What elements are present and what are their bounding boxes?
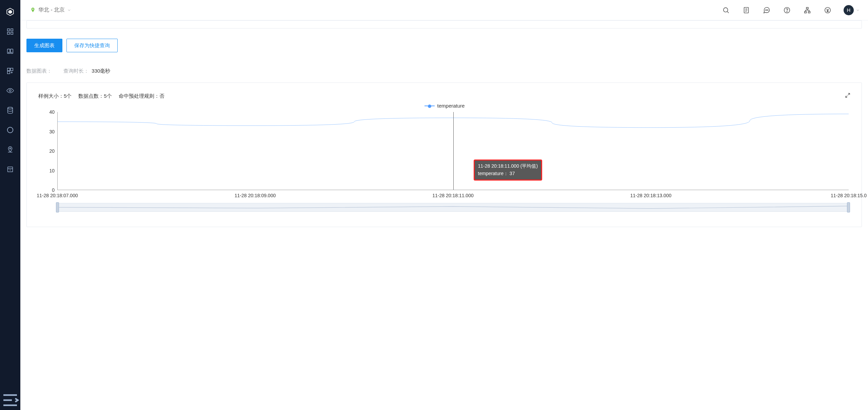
svg-rect-17 xyxy=(8,167,13,172)
chevron-down-icon xyxy=(856,8,860,12)
svg-point-23 xyxy=(768,10,768,10)
user-menu[interactable]: H xyxy=(844,5,860,15)
svg-rect-12 xyxy=(7,71,10,74)
svg-rect-5 xyxy=(11,32,13,34)
svg-point-22 xyxy=(767,10,767,10)
y-tick-label: 30 xyxy=(38,129,55,134)
search-icon[interactable] xyxy=(722,6,730,15)
svg-rect-10 xyxy=(7,68,10,71)
summary-sample-size: 样例大小：5个 xyxy=(38,93,72,99)
query-input-card[interactable] xyxy=(26,20,862,29)
sidebar-collapse[interactable] xyxy=(0,390,20,410)
svg-point-14 xyxy=(8,107,13,109)
svg-rect-4 xyxy=(7,32,9,34)
avatar: H xyxy=(844,5,854,15)
save-query-button[interactable]: 保存为快捷查询 xyxy=(66,39,118,52)
chart-legend[interactable]: temperature xyxy=(38,103,851,109)
y-tick-label: 0 xyxy=(38,187,55,193)
y-tick-label: 20 xyxy=(38,148,55,154)
svg-point-25 xyxy=(787,11,787,12)
sidebar-archive[interactable] xyxy=(0,160,20,179)
x-tick-label: 11-28 20:18:15.0 xyxy=(831,193,867,198)
summary-data-points: 数据点数：5个 xyxy=(78,93,112,99)
svg-rect-28 xyxy=(808,11,810,13)
chart-meta: 数据图表： 查询时长： 330毫秒 xyxy=(26,68,862,74)
x-tick-label: 11-28 20:18:11.000 xyxy=(432,193,473,198)
svg-rect-3 xyxy=(11,29,13,31)
svg-marker-1 xyxy=(8,10,12,14)
region-label: 华北 - 北京 xyxy=(38,6,65,14)
x-tick-label: 11-28 20:18:09.000 xyxy=(235,193,276,198)
svg-point-21 xyxy=(765,10,766,10)
zoom-slider[interactable] xyxy=(57,203,849,212)
sidebar-monitor[interactable] xyxy=(0,81,20,100)
sidebar xyxy=(0,0,20,410)
legend-marker-icon xyxy=(425,106,435,106)
svg-point-19 xyxy=(724,7,728,12)
chart-card: 样例大小：5个 数据点数：5个 命中预处理规则：否 temperature 11… xyxy=(26,82,862,227)
zoom-handle-left[interactable] xyxy=(56,202,59,212)
generate-chart-button[interactable]: 生成图表 xyxy=(26,39,62,52)
zoom-handle-right[interactable] xyxy=(847,202,850,212)
location-pin-icon xyxy=(30,7,36,13)
chart-tooltip: 11-28 20:18:11.000 (平均值)temperature： 37 xyxy=(474,160,542,181)
svg-point-9 xyxy=(12,52,12,53)
docs-icon[interactable] xyxy=(742,6,751,15)
svg-rect-11 xyxy=(11,68,13,71)
main: 生成图表 保存为快捷查询 数据图表： 查询时长： 330毫秒 样例大小：5个 数… xyxy=(20,20,868,410)
billing-icon[interactable] xyxy=(823,6,832,15)
sidebar-rules[interactable] xyxy=(0,120,20,140)
sidebar-dashboard[interactable] xyxy=(0,22,20,41)
chart-plot[interactable]: 11-28 20:18:11.000 (平均值)temperature： 370… xyxy=(38,112,851,200)
feedback-icon[interactable] xyxy=(762,6,771,15)
svg-point-18 xyxy=(32,8,34,10)
svg-point-13 xyxy=(9,90,11,92)
product-logo[interactable] xyxy=(0,2,20,22)
x-tick-label: 11-28 20:18:13.000 xyxy=(630,193,671,198)
y-tick-label: 40 xyxy=(38,109,55,115)
sidebar-devices[interactable] xyxy=(0,41,20,61)
x-tick-label: 11-28 20:18:07.000 xyxy=(37,193,78,198)
duration: 查询时长： 330毫秒 xyxy=(63,68,110,74)
topbar: 华北 - 北京 H xyxy=(20,0,868,20)
chart-label: 数据图表： xyxy=(26,68,52,74)
svg-rect-27 xyxy=(805,11,807,13)
summary-rule-hit: 命中预处理规则：否 xyxy=(119,93,164,99)
legend-label: temperature xyxy=(437,103,465,109)
region-selector[interactable]: 华北 - 北京 xyxy=(30,6,71,14)
svg-rect-26 xyxy=(806,7,808,9)
sidebar-products[interactable] xyxy=(0,61,20,81)
sidebar-location[interactable] xyxy=(0,140,20,160)
chart-hover-line xyxy=(453,112,454,190)
sidebar-storage[interactable] xyxy=(0,100,20,120)
svg-point-16 xyxy=(9,148,11,149)
chevron-down-icon xyxy=(67,8,71,12)
svg-point-8 xyxy=(8,52,9,53)
help-icon[interactable] xyxy=(783,6,791,15)
y-tick-label: 10 xyxy=(38,168,55,173)
org-tree-icon[interactable] xyxy=(803,6,812,15)
expand-icon[interactable] xyxy=(845,92,852,100)
svg-rect-2 xyxy=(7,29,9,31)
